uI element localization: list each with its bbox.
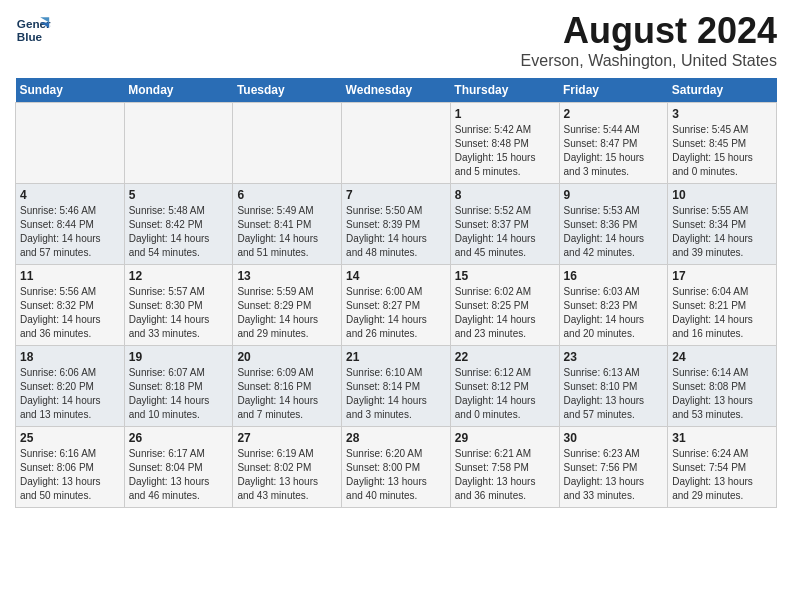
calendar-cell: 29Sunrise: 6:21 AM Sunset: 7:58 PM Dayli… [450, 427, 559, 508]
calendar-cell: 28Sunrise: 6:20 AM Sunset: 8:00 PM Dayli… [342, 427, 451, 508]
calendar-cell: 27Sunrise: 6:19 AM Sunset: 8:02 PM Dayli… [233, 427, 342, 508]
calendar-cell: 15Sunrise: 6:02 AM Sunset: 8:25 PM Dayli… [450, 265, 559, 346]
day-number: 5 [129, 188, 229, 202]
calendar-cell: 11Sunrise: 5:56 AM Sunset: 8:32 PM Dayli… [16, 265, 125, 346]
calendar-cell: 1Sunrise: 5:42 AM Sunset: 8:48 PM Daylig… [450, 103, 559, 184]
day-number: 21 [346, 350, 446, 364]
logo-icon: General Blue [15, 10, 51, 46]
header-tuesday: Tuesday [233, 78, 342, 103]
calendar-cell: 7Sunrise: 5:50 AM Sunset: 8:39 PM Daylig… [342, 184, 451, 265]
week-row-2: 4Sunrise: 5:46 AM Sunset: 8:44 PM Daylig… [16, 184, 777, 265]
day-number: 4 [20, 188, 120, 202]
day-number: 18 [20, 350, 120, 364]
day-number: 24 [672, 350, 772, 364]
week-row-3: 11Sunrise: 5:56 AM Sunset: 8:32 PM Dayli… [16, 265, 777, 346]
day-number: 22 [455, 350, 555, 364]
day-number: 12 [129, 269, 229, 283]
day-info: Sunrise: 5:59 AM Sunset: 8:29 PM Dayligh… [237, 285, 337, 341]
day-info: Sunrise: 5:52 AM Sunset: 8:37 PM Dayligh… [455, 204, 555, 260]
day-info: Sunrise: 6:23 AM Sunset: 7:56 PM Dayligh… [564, 447, 664, 503]
calendar-cell [16, 103, 125, 184]
day-info: Sunrise: 5:46 AM Sunset: 8:44 PM Dayligh… [20, 204, 120, 260]
calendar-cell: 8Sunrise: 5:52 AM Sunset: 8:37 PM Daylig… [450, 184, 559, 265]
calendar-cell: 4Sunrise: 5:46 AM Sunset: 8:44 PM Daylig… [16, 184, 125, 265]
calendar-cell [342, 103, 451, 184]
day-info: Sunrise: 6:00 AM Sunset: 8:27 PM Dayligh… [346, 285, 446, 341]
day-number: 25 [20, 431, 120, 445]
day-info: Sunrise: 5:45 AM Sunset: 8:45 PM Dayligh… [672, 123, 772, 179]
calendar-cell: 12Sunrise: 5:57 AM Sunset: 8:30 PM Dayli… [124, 265, 233, 346]
day-info: Sunrise: 6:13 AM Sunset: 8:10 PM Dayligh… [564, 366, 664, 422]
day-info: Sunrise: 5:56 AM Sunset: 8:32 PM Dayligh… [20, 285, 120, 341]
day-number: 3 [672, 107, 772, 121]
day-number: 27 [237, 431, 337, 445]
day-info: Sunrise: 6:12 AM Sunset: 8:12 PM Dayligh… [455, 366, 555, 422]
day-info: Sunrise: 5:44 AM Sunset: 8:47 PM Dayligh… [564, 123, 664, 179]
calendar-cell: 2Sunrise: 5:44 AM Sunset: 8:47 PM Daylig… [559, 103, 668, 184]
calendar-cell: 23Sunrise: 6:13 AM Sunset: 8:10 PM Dayli… [559, 346, 668, 427]
day-number: 19 [129, 350, 229, 364]
header-friday: Friday [559, 78, 668, 103]
logo: General Blue [15, 10, 51, 46]
calendar-cell: 10Sunrise: 5:55 AM Sunset: 8:34 PM Dayli… [668, 184, 777, 265]
calendar-table: SundayMondayTuesdayWednesdayThursdayFrid… [15, 78, 777, 508]
day-number: 8 [455, 188, 555, 202]
day-info: Sunrise: 6:02 AM Sunset: 8:25 PM Dayligh… [455, 285, 555, 341]
day-number: 30 [564, 431, 664, 445]
day-info: Sunrise: 6:20 AM Sunset: 8:00 PM Dayligh… [346, 447, 446, 503]
day-number: 1 [455, 107, 555, 121]
calendar-cell: 21Sunrise: 6:10 AM Sunset: 8:14 PM Dayli… [342, 346, 451, 427]
week-row-1: 1Sunrise: 5:42 AM Sunset: 8:48 PM Daylig… [16, 103, 777, 184]
day-info: Sunrise: 5:49 AM Sunset: 8:41 PM Dayligh… [237, 204, 337, 260]
day-info: Sunrise: 5:57 AM Sunset: 8:30 PM Dayligh… [129, 285, 229, 341]
subtitle: Everson, Washington, United States [521, 52, 777, 70]
calendar-header: SundayMondayTuesdayWednesdayThursdayFrid… [16, 78, 777, 103]
header-row: SundayMondayTuesdayWednesdayThursdayFrid… [16, 78, 777, 103]
day-info: Sunrise: 6:04 AM Sunset: 8:21 PM Dayligh… [672, 285, 772, 341]
day-info: Sunrise: 6:14 AM Sunset: 8:08 PM Dayligh… [672, 366, 772, 422]
day-number: 28 [346, 431, 446, 445]
calendar-cell: 19Sunrise: 6:07 AM Sunset: 8:18 PM Dayli… [124, 346, 233, 427]
calendar-cell: 5Sunrise: 5:48 AM Sunset: 8:42 PM Daylig… [124, 184, 233, 265]
day-number: 23 [564, 350, 664, 364]
day-number: 15 [455, 269, 555, 283]
day-number: 29 [455, 431, 555, 445]
week-row-5: 25Sunrise: 6:16 AM Sunset: 8:06 PM Dayli… [16, 427, 777, 508]
day-number: 16 [564, 269, 664, 283]
main-title: August 2024 [521, 10, 777, 52]
calendar-cell: 26Sunrise: 6:17 AM Sunset: 8:04 PM Dayli… [124, 427, 233, 508]
header: General Blue August 2024 Everson, Washin… [15, 10, 777, 70]
calendar-cell: 3Sunrise: 5:45 AM Sunset: 8:45 PM Daylig… [668, 103, 777, 184]
calendar-cell: 9Sunrise: 5:53 AM Sunset: 8:36 PM Daylig… [559, 184, 668, 265]
day-number: 7 [346, 188, 446, 202]
calendar-cell [124, 103, 233, 184]
day-info: Sunrise: 6:03 AM Sunset: 8:23 PM Dayligh… [564, 285, 664, 341]
calendar-cell: 18Sunrise: 6:06 AM Sunset: 8:20 PM Dayli… [16, 346, 125, 427]
day-info: Sunrise: 5:50 AM Sunset: 8:39 PM Dayligh… [346, 204, 446, 260]
day-number: 20 [237, 350, 337, 364]
day-info: Sunrise: 5:48 AM Sunset: 8:42 PM Dayligh… [129, 204, 229, 260]
calendar-cell: 31Sunrise: 6:24 AM Sunset: 7:54 PM Dayli… [668, 427, 777, 508]
calendar-cell: 20Sunrise: 6:09 AM Sunset: 8:16 PM Dayli… [233, 346, 342, 427]
day-number: 10 [672, 188, 772, 202]
calendar-cell: 14Sunrise: 6:00 AM Sunset: 8:27 PM Dayli… [342, 265, 451, 346]
day-info: Sunrise: 6:17 AM Sunset: 8:04 PM Dayligh… [129, 447, 229, 503]
day-number: 6 [237, 188, 337, 202]
header-thursday: Thursday [450, 78, 559, 103]
calendar-body: 1Sunrise: 5:42 AM Sunset: 8:48 PM Daylig… [16, 103, 777, 508]
day-info: Sunrise: 6:09 AM Sunset: 8:16 PM Dayligh… [237, 366, 337, 422]
day-number: 2 [564, 107, 664, 121]
day-info: Sunrise: 5:55 AM Sunset: 8:34 PM Dayligh… [672, 204, 772, 260]
header-monday: Monday [124, 78, 233, 103]
day-number: 17 [672, 269, 772, 283]
day-info: Sunrise: 6:24 AM Sunset: 7:54 PM Dayligh… [672, 447, 772, 503]
day-info: Sunrise: 5:53 AM Sunset: 8:36 PM Dayligh… [564, 204, 664, 260]
header-saturday: Saturday [668, 78, 777, 103]
svg-text:Blue: Blue [17, 30, 43, 43]
day-info: Sunrise: 6:06 AM Sunset: 8:20 PM Dayligh… [20, 366, 120, 422]
calendar-cell: 25Sunrise: 6:16 AM Sunset: 8:06 PM Dayli… [16, 427, 125, 508]
day-number: 31 [672, 431, 772, 445]
day-info: Sunrise: 6:21 AM Sunset: 7:58 PM Dayligh… [455, 447, 555, 503]
day-info: Sunrise: 6:07 AM Sunset: 8:18 PM Dayligh… [129, 366, 229, 422]
day-info: Sunrise: 6:19 AM Sunset: 8:02 PM Dayligh… [237, 447, 337, 503]
